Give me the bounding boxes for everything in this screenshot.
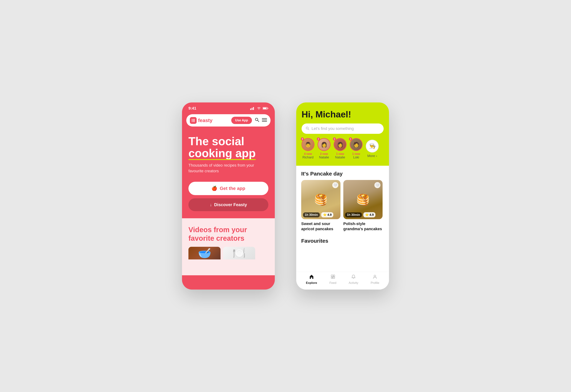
story-item-loki[interactable]: 🧑 1 1 new Loki xyxy=(350,138,362,159)
favourites-section: Favourites xyxy=(301,238,384,244)
hero-title: The social cooking app xyxy=(188,135,268,159)
svg-rect-2 xyxy=(253,107,254,110)
search-bar[interactable]: Let's find you something xyxy=(301,124,384,134)
recipe-image-1: 🥞 🤍 1h 30min ⭐ 4.9 xyxy=(301,180,340,219)
heart-button-2[interactable]: 🤍 xyxy=(374,182,380,188)
richard-name-label: Richard xyxy=(302,155,314,159)
arrow-down-icon: ↓ xyxy=(210,202,212,207)
hero-title-line1: The social xyxy=(188,135,268,147)
favourites-title: Favourites xyxy=(301,238,384,244)
bell-icon xyxy=(351,274,356,280)
pink-section: Videos from your favorite creators 🥣 🍽️ xyxy=(182,218,275,275)
story-badge-loki: 1 xyxy=(349,137,352,140)
svg-rect-18 xyxy=(331,275,333,277)
natalie2-name-label: Natalie xyxy=(335,155,345,159)
search-placeholder-text: Let's find you something xyxy=(312,126,354,131)
rating-badge-2: ⭐ 4.9 xyxy=(363,212,376,217)
time-badge-2: 1h 30min xyxy=(345,212,362,217)
pink-title-line2: favorite creators xyxy=(188,234,268,242)
get-app-button[interactable]: 🍎 Get the app xyxy=(188,182,268,195)
svg-rect-20 xyxy=(331,277,333,279)
search-icon[interactable] xyxy=(255,117,259,124)
discover-button[interactable]: ↓ Discover Feasty xyxy=(188,198,268,211)
search-icon-right xyxy=(305,126,309,131)
time-display: 9:41 xyxy=(188,106,196,111)
chef-hat-avatar: 👨‍🍳 xyxy=(366,140,379,153)
rating-badge-1: ⭐ 4.9 xyxy=(321,212,333,217)
profile-label: Profile xyxy=(371,281,379,285)
feasty-logo-icon xyxy=(190,117,197,124)
star-icon-1: ⭐ xyxy=(323,213,327,217)
nav-item-activity[interactable]: Activity xyxy=(349,274,358,285)
activity-label: Activity xyxy=(349,281,358,285)
explore-label: Explore xyxy=(306,281,317,285)
svg-point-22 xyxy=(374,275,376,277)
rating-value-1: 4.9 xyxy=(328,213,332,217)
discover-label: Discover Feasty xyxy=(214,202,247,207)
svg-rect-6 xyxy=(192,119,192,121)
pancake-section: It's Pancake day 🥞 🤍 1h 30min ⭐ 4.9 xyxy=(301,171,384,231)
svg-rect-21 xyxy=(333,277,335,279)
bottom-nav: Explore Feed Activity xyxy=(296,272,389,290)
recipe-name-2: Polish-style grandma's pancakes xyxy=(343,221,383,231)
creator-thumb-left: 🥣 xyxy=(188,247,221,279)
story-item-natalie1[interactable]: 👩 2 2 new Natalie xyxy=(318,138,331,159)
loki-name-label: Loki xyxy=(352,155,360,159)
svg-rect-0 xyxy=(250,109,251,110)
natalie2-face: 👩 xyxy=(334,139,346,150)
story-badge-natalie2: 1 xyxy=(333,137,336,140)
creator-thumb-right: 🍽️ xyxy=(223,247,255,279)
richard-face: 👨 xyxy=(302,139,314,150)
svg-rect-10 xyxy=(194,121,195,122)
loki-new-label: 1 new xyxy=(352,152,360,155)
svg-rect-4 xyxy=(263,108,267,109)
status-icons xyxy=(250,107,268,110)
recipe-image-2: 🥞 🤍 1h 30min ⭐ 4.9 xyxy=(343,180,383,219)
natalie1-new-label: 2 new xyxy=(319,152,329,155)
rating-value-2: 4.9 xyxy=(370,213,374,217)
time-badge-1: 1h 30min xyxy=(303,212,320,217)
apple-icon: 🍎 xyxy=(211,186,217,191)
svg-rect-8 xyxy=(193,119,194,122)
story-item-richard[interactable]: 👨 4 4 new Richard xyxy=(301,138,315,159)
home-icon xyxy=(309,274,314,280)
get-app-label: Get the app xyxy=(220,186,245,191)
nav-item-profile[interactable]: Profile xyxy=(371,274,379,285)
heart-button-1[interactable]: 🤍 xyxy=(332,182,338,188)
menu-icon[interactable] xyxy=(262,118,267,123)
greeting-text: Hi, Michael! xyxy=(301,109,384,120)
feed-label: Feed xyxy=(330,281,336,285)
logo-area: feasty xyxy=(190,117,212,124)
recipe-card-2[interactable]: 🥞 🤍 1h 30min ⭐ 4.9 Polish-style grandma'… xyxy=(343,180,383,231)
recipe-meta-2: 1h 30min ⭐ 4.9 xyxy=(345,212,376,217)
nav-item-explore[interactable]: Explore xyxy=(306,274,317,285)
star-icon-2: ⭐ xyxy=(365,213,369,217)
feed-icon xyxy=(331,274,335,280)
more-stories-label[interactable]: More › xyxy=(367,154,377,158)
hero-title-line2: cooking app xyxy=(188,147,256,159)
story-item-natalie2[interactable]: 👩 1 1 new Natalie xyxy=(334,138,346,159)
left-phone: 9:41 xyxy=(182,102,275,290)
loki-face: 🧑 xyxy=(350,139,362,150)
logo-text: feasty xyxy=(198,118,212,123)
recipe-card-1[interactable]: 🥞 🤍 1h 30min ⭐ 4.9 Sweet and sour aprico… xyxy=(301,180,340,231)
recipe-name-1: Sweet and sour apricot pancakes xyxy=(301,221,340,231)
svg-rect-19 xyxy=(333,275,335,277)
svg-line-17 xyxy=(308,129,309,130)
scroll-content: It's Pancake day 🥞 🤍 1h 30min ⭐ 4.9 xyxy=(296,166,389,290)
use-app-button[interactable]: Use App xyxy=(231,117,252,124)
battery-icon xyxy=(263,107,268,110)
story-item-more[interactable]: 👨‍🍳 More › xyxy=(366,140,379,158)
creator-image-dish: 🍽️ xyxy=(223,247,255,259)
natalie1-face: 👩 xyxy=(318,139,330,150)
pink-section-title: Videos from your favorite creators xyxy=(188,225,268,242)
story-badge-richard: 4 xyxy=(301,137,304,140)
status-bar-left: 9:41 xyxy=(182,102,275,112)
story-badge-natalie1: 2 xyxy=(317,137,320,140)
navbar-left: feasty Use App xyxy=(186,114,270,126)
recipes-row: 🥞 🤍 1h 30min ⭐ 4.9 Sweet and sour aprico… xyxy=(301,180,384,231)
nav-item-feed[interactable]: Feed xyxy=(330,274,336,285)
richard-new-label: 4 new xyxy=(302,152,314,155)
svg-rect-1 xyxy=(252,108,253,110)
stories-row: 👨 4 4 new Richard 👩 2 2 new xyxy=(301,138,384,160)
